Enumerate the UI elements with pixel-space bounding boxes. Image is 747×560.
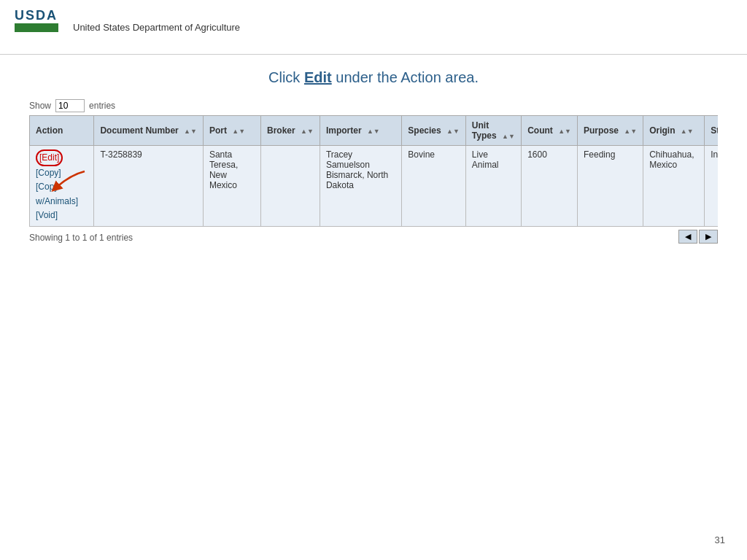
copy-with-animals-link[interactable]: [Copy w/Animals] [36,180,88,208]
col-purpose-label: Purpose [584,125,619,136]
col-species-label: Species [408,125,441,136]
show-label: Show [29,101,51,111]
showing-entries-text: Showing 1 to 1 of 1 entries [29,233,133,243]
table-header-row: Action Document Number ▲▼ Port ▲▼ Broker… [30,116,719,146]
copy-link[interactable]: [Copy] [36,166,88,180]
importer-cell: Tracey Samuelson Bismarck, North Dakota [320,146,401,227]
usda-text: USDA [15,9,58,22]
sort-icon-purpose: ▲▼ [624,128,637,135]
col-unit-types-label: UnitTypes [472,120,497,141]
col-unit-types[interactable]: UnitTypes ▲▼ [465,116,521,146]
col-port[interactable]: Port ▲▼ [203,116,260,146]
show-entries-input[interactable] [55,99,85,112]
col-status-label: Status [711,125,718,136]
purpose-cell: Feeding [577,146,643,227]
sort-icon-port: ▲▼ [232,128,245,135]
edit-link-text: Edit [304,69,332,85]
table-row: [Edit] [Copy] [Copy w/Animals] [Void] [30,146,719,227]
col-port-label: Port [209,125,227,136]
origin-cell: Chihuahua, Mexico [643,146,705,227]
col-broker[interactable]: Broker ▲▼ [261,116,320,146]
entries-label: entries [89,101,115,111]
prev-button[interactable]: ◀ [678,230,697,244]
col-origin[interactable]: Origin ▲▼ [643,116,705,146]
show-entries-bar: Show entries [29,99,718,112]
count-cell: 1600 [522,146,578,227]
logo-box: USDA [15,9,58,45]
sort-icon-unit: ▲▼ [502,133,515,140]
col-importer[interactable]: Importer ▲▼ [320,116,401,146]
col-count[interactable]: Count ▲▼ [522,116,578,146]
org-name: United States Department of Agriculture [73,22,240,33]
col-doc-label: Document Number [100,125,178,136]
next-button[interactable]: ▶ [699,230,718,244]
col-document-number[interactable]: Document Number ▲▼ [94,116,204,146]
sort-icon-origin: ▲▼ [681,128,694,135]
page-number: 31 [715,534,725,545]
col-purpose[interactable]: Purpose ▲▼ [577,116,643,146]
col-species[interactable]: Species ▲▼ [402,116,466,146]
main-content: Click Edit under the Action area. Show e… [0,55,747,258]
pagination-controls: ◀ ▶ [678,230,718,244]
sort-icon-species: ▲▼ [446,128,460,135]
edit-circle: [Edit] [36,149,63,166]
page-header: USDA United States Department of Agricul… [0,0,747,55]
col-action-label: Action [36,125,63,136]
col-action[interactable]: Action [30,116,94,146]
broker-cell [261,146,320,227]
sort-icon-importer: ▲▼ [367,128,380,135]
species-cell: Bovine [402,146,466,227]
col-broker-label: Broker [267,125,295,136]
status-cell: Initial [705,146,718,227]
sort-icon-count: ▲▼ [558,128,571,135]
logo-green-bar [15,23,58,32]
unit-types-cell: Live Animal [465,146,521,227]
data-table: Action Document Number ▲▼ Port ▲▼ Broker… [29,115,718,227]
col-count-label: Count [527,125,553,136]
edit-link[interactable]: [Edit] [36,149,88,166]
instruction-text: Click Edit under the Action area. [29,69,718,86]
col-origin-label: Origin [649,125,675,136]
port-cell: Santa Teresa, New Mexico [203,146,260,227]
col-status[interactable]: Status [705,116,718,146]
document-number-cell: T-3258839 [94,146,204,227]
table-wrapper: Action Document Number ▲▼ Port ▲▼ Broker… [29,115,718,244]
void-link[interactable]: [Void] [36,209,88,222]
sort-icon-doc: ▲▼ [184,128,197,135]
instruction-suffix: under the Action area. [332,69,479,85]
usda-logo: USDA United States Department of Agricul… [15,9,240,45]
col-importer-label: Importer [326,125,362,136]
action-cell: [Edit] [Copy] [Copy w/Animals] [Void] [30,146,94,227]
instruction-prefix: Click [268,69,304,85]
sort-icon-broker: ▲▼ [301,128,314,135]
